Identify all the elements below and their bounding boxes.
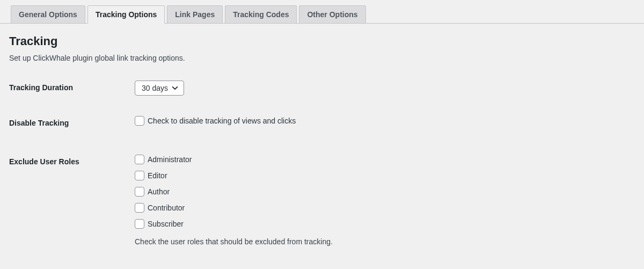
role-label: Subscriber	[148, 220, 184, 228]
label-exclude-roles: Exclude User Roles	[9, 155, 135, 166]
role-label: Contributor	[148, 203, 185, 212]
exclude-roles-help: Check the user roles that should be excl…	[135, 237, 644, 246]
checkbox-disable-tracking-line: Check to disable tracking of views and c…	[135, 116, 644, 126]
checkbox-role-administrator-line: Administrator	[135, 155, 644, 164]
tab-general-options[interactable]: General Options	[11, 5, 85, 24]
checkbox-role-author[interactable]	[135, 187, 144, 197]
tabs-nav: General Options Tracking Options Link Pa…	[0, 0, 644, 24]
label-disable-tracking: Disable Tracking	[9, 116, 135, 127]
checkbox-role-subscriber[interactable]	[135, 219, 144, 229]
checkbox-role-editor[interactable]	[135, 171, 144, 180]
tab-tracking-codes[interactable]: Tracking Codes	[225, 5, 297, 24]
row-tracking-duration: Tracking Duration 30 days	[9, 81, 644, 96]
checkbox-role-subscriber-line: Subscriber	[135, 219, 644, 229]
role-label: Editor	[148, 171, 167, 180]
checkbox-role-administrator[interactable]	[135, 155, 144, 164]
row-exclude-roles: Exclude User Roles Administrator Editor …	[9, 155, 644, 246]
checkbox-disable-tracking[interactable]	[135, 116, 144, 126]
settings-content: Tracking Set up ClickWhale plugin global…	[0, 24, 644, 246]
tab-link-pages[interactable]: Link Pages	[167, 5, 223, 24]
chevron-down-icon	[171, 84, 179, 92]
select-value: 30 days	[142, 84, 168, 92]
row-disable-tracking: Disable Tracking Check to disable tracki…	[9, 116, 644, 132]
role-label: Author	[148, 187, 170, 196]
tab-other-options[interactable]: Other Options	[299, 5, 365, 24]
role-label: Administrator	[148, 155, 192, 164]
checkbox-disable-tracking-label: Check to disable tracking of views and c…	[148, 117, 296, 125]
section-title: Tracking	[9, 34, 644, 48]
label-tracking-duration: Tracking Duration	[9, 81, 135, 92]
select-tracking-duration[interactable]: 30 days	[135, 81, 184, 96]
section-description: Set up ClickWhale plugin global link tra…	[9, 54, 644, 62]
checkbox-role-author-line: Author	[135, 187, 644, 197]
checkbox-role-contributor[interactable]	[135, 203, 144, 213]
checkbox-role-editor-line: Editor	[135, 171, 644, 180]
checkbox-role-contributor-line: Contributor	[135, 203, 644, 213]
tab-tracking-options[interactable]: Tracking Options	[87, 5, 165, 24]
